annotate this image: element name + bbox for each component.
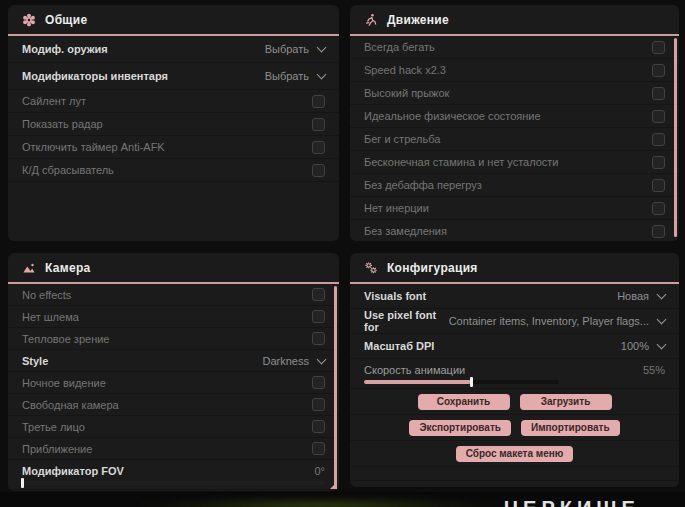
checkbox[interactable]	[652, 156, 665, 169]
empty-row	[350, 467, 679, 481]
row-no-slowdown[interactable]: Без замедления	[350, 220, 679, 241]
row-label: Третье лицо	[22, 421, 85, 433]
row-run-and-shoot[interactable]: Бег и стрельба	[350, 128, 679, 151]
checkbox[interactable]	[652, 87, 665, 100]
panel-title: Конфигурация	[387, 261, 478, 275]
row-label: Нет шлема	[22, 311, 79, 323]
checkbox[interactable]	[652, 64, 665, 77]
visuals-font-dropdown[interactable]: Новая	[617, 290, 665, 302]
dropdown-value: Выбрать	[265, 43, 309, 55]
row-disable-anti-afk-timer[interactable]: Отключить таймер Anti-AFK	[8, 136, 339, 159]
reset-menu-layout-button[interactable]: Сброс макета меню	[456, 446, 574, 462]
dpi-scale-dropdown[interactable]: 100%	[621, 340, 665, 352]
load-button[interactable]: Загрузить	[520, 394, 612, 410]
chevron-down-icon	[317, 43, 327, 53]
row-free-camera[interactable]: Свободная камера	[8, 394, 339, 416]
row-fov-modifier[interactable]: Модификатор FOV 0°	[8, 460, 339, 490]
fov-value: 0°	[314, 465, 325, 477]
animation-speed-slider[interactable]	[364, 380, 559, 384]
row-label: Без дебаффа перегруз	[364, 179, 482, 191]
checkbox[interactable]	[312, 164, 325, 177]
panel-config-header: Конфигурация	[350, 253, 679, 284]
fov-slider[interactable]	[22, 481, 325, 485]
chevron-down-icon	[657, 340, 667, 350]
row-silent-loot[interactable]: Сайлент лут	[8, 90, 339, 113]
panel-title: Общие	[45, 13, 87, 27]
row-thermal-vision[interactable]: Тепловое зрение	[8, 328, 339, 350]
checkbox[interactable]	[312, 118, 325, 131]
save-button[interactable]: Сохранить	[418, 394, 510, 410]
row-night-vision[interactable]: Ночное видение	[8, 372, 339, 394]
row-weapon-mod[interactable]: Модиф. оружия Выбрать	[8, 36, 339, 63]
checkbox[interactable]	[312, 288, 325, 301]
row-label: Style	[22, 355, 48, 367]
style-dropdown[interactable]: Darkness	[263, 355, 325, 367]
checkbox[interactable]	[652, 202, 665, 215]
gears-icon	[364, 261, 378, 275]
checkbox[interactable]	[312, 141, 325, 154]
row-no-inertia[interactable]: Нет инерции	[350, 197, 679, 220]
row-visuals-font[interactable]: Visuals font Новая	[350, 284, 679, 309]
row-always-run[interactable]: Всегда бегать	[350, 36, 679, 59]
row-label: No effects	[22, 289, 71, 301]
resize-handle[interactable]	[330, 482, 337, 489]
fov-slider-thumb[interactable]	[21, 478, 24, 488]
row-label: Ночное видение	[22, 377, 106, 389]
checkbox[interactable]	[312, 398, 325, 411]
mod-menu-overlay: Общие Модиф. оружия Выбрать Модификаторы…	[0, 0, 685, 507]
row-high-jump[interactable]: Высокий прыжок	[350, 82, 679, 105]
row-cooldown-reset[interactable]: К/Д сбрасыватель	[8, 159, 339, 182]
checkbox[interactable]	[652, 133, 665, 146]
runner-icon	[364, 13, 378, 27]
camera-scrollbar[interactable]	[334, 286, 337, 487]
inventory-mods-dropdown[interactable]: Выбрать	[265, 70, 325, 82]
row-zoom[interactable]: Приближение	[8, 438, 339, 460]
row-dpi-scale[interactable]: Масштаб DPI 100%	[350, 334, 679, 359]
row-no-overload-debuff[interactable]: Без дебаффа перегруз	[350, 174, 679, 197]
checkbox[interactable]	[652, 110, 665, 123]
row-label: К/Д сбрасыватель	[22, 164, 114, 176]
row-label: Модиф. оружия	[22, 43, 108, 55]
export-button[interactable]: Экспортировать	[409, 420, 511, 436]
row-label: Visuals font	[364, 290, 426, 302]
panel-title: Камера	[45, 261, 91, 275]
row-no-helmet[interactable]: Нет шлема	[8, 306, 339, 328]
row-inventory-mods[interactable]: Модификаторы инвентаря Выбрать	[8, 63, 339, 90]
row-no-effects[interactable]: No effects	[8, 284, 339, 306]
checkbox[interactable]	[312, 442, 325, 455]
animation-slider-thumb[interactable]	[470, 377, 473, 387]
image-icon	[22, 261, 36, 275]
row-pixel-font[interactable]: Use pixel font for Container items, Inve…	[350, 309, 679, 334]
row-label: Приближение	[22, 443, 92, 455]
row-infinite-stamina[interactable]: Бесконечная стамина и нет усталости	[350, 151, 679, 174]
row-perfect-condition[interactable]: Идеальное физическое состояние	[350, 105, 679, 128]
row-label: Высокий прыжок	[364, 87, 449, 99]
row-third-person[interactable]: Третье лицо	[8, 416, 339, 438]
checkbox[interactable]	[312, 95, 325, 108]
buttons-row-2: Экспортировать Импортировать	[350, 415, 679, 441]
weapon-mod-dropdown[interactable]: Выбрать	[265, 43, 325, 55]
row-show-radar[interactable]: Показать радар	[8, 113, 339, 136]
panel-camera-header: Камера	[8, 253, 339, 284]
chevron-down-icon	[657, 290, 667, 300]
row-animation-speed[interactable]: Скорость анимации 55%	[350, 359, 679, 389]
row-style[interactable]: Style Darkness	[8, 350, 339, 372]
checkbox[interactable]	[312, 332, 325, 345]
row-label: Идеальное физическое состояние	[364, 110, 541, 122]
checkbox[interactable]	[652, 41, 665, 54]
row-speed-hack[interactable]: Speed hack x2.3	[350, 59, 679, 82]
checkbox[interactable]	[312, 310, 325, 323]
chevron-down-icon	[317, 70, 327, 80]
checkbox[interactable]	[652, 225, 665, 238]
movement-scrollbar[interactable]	[674, 38, 677, 237]
checkbox[interactable]	[312, 376, 325, 389]
animation-slider-fill	[364, 380, 471, 384]
panel-general: Общие Модиф. оружия Выбрать Модификаторы…	[8, 5, 339, 241]
row-label: Без замедления	[364, 225, 447, 237]
dropdown-value: Выбрать	[265, 70, 309, 82]
import-button[interactable]: Импортировать	[521, 420, 620, 436]
row-label: Бесконечная стамина и нет усталости	[364, 156, 559, 168]
checkbox[interactable]	[652, 179, 665, 192]
pixel-font-dropdown[interactable]: Container items, Inventory, Player flags…	[449, 315, 665, 327]
checkbox[interactable]	[312, 420, 325, 433]
